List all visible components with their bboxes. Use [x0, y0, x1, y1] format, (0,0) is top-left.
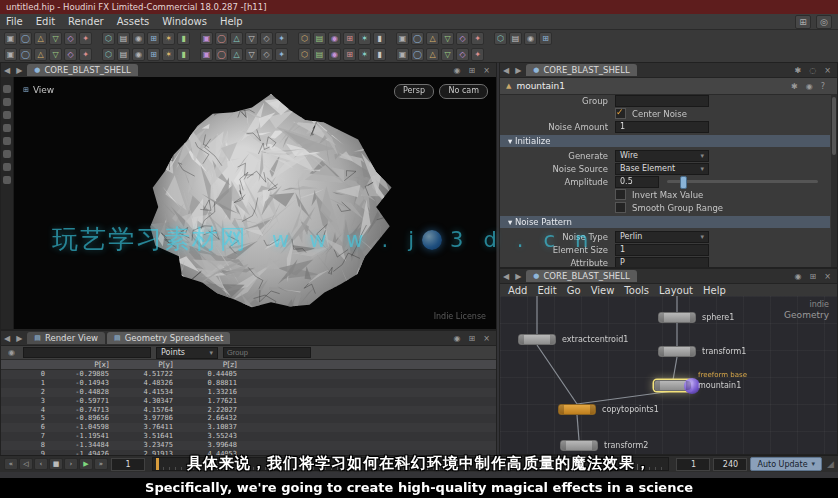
radial-menu-icon[interactable]: ◎	[816, 15, 832, 29]
ocean-icon[interactable]: ◉	[328, 48, 341, 61]
tube-icon[interactable]: ◉	[132, 32, 145, 45]
table-row[interactable]: 0-0.298854.517220.44405	[1, 370, 496, 379]
current-frame-field[interactable]: 1	[111, 458, 145, 471]
noise-type-dropdown[interactable]: Perlin▾	[615, 231, 709, 243]
ipr-icon[interactable]: ▣	[200, 48, 213, 61]
timeline[interactable]	[152, 457, 669, 471]
keyframe-icon[interactable]: ◉	[132, 48, 145, 61]
scale-icon[interactable]: ▽	[49, 48, 62, 61]
copy-icon[interactable]: ▣	[396, 32, 409, 45]
magnet-icon[interactable]: ◇	[64, 32, 77, 45]
snap-grid-icon[interactable]: ⬡	[102, 48, 115, 61]
lasso-icon[interactable]: ◯	[19, 32, 32, 45]
crowd-icon[interactable]: ▣	[396, 48, 409, 61]
table-row[interactable]: 2-0.448284.415341.33216	[1, 388, 496, 397]
close-pane-icon[interactable]: ×	[821, 272, 834, 281]
pin-icon[interactable]: ◉	[451, 334, 464, 343]
range-end-field[interactable]: 240	[713, 458, 747, 471]
viewport-canvas[interactable]	[13, 77, 496, 329]
range-start-field[interactable]: 1	[676, 458, 710, 471]
menu-file[interactable]: File	[6, 16, 23, 27]
handles-icon[interactable]: ✦	[79, 48, 92, 61]
font-icon[interactable]: ▽	[245, 32, 258, 45]
tab-render-view[interactable]: ▤Render View	[27, 332, 105, 344]
pane-forward-icon[interactable]: ▶	[512, 66, 524, 75]
scale-tool-icon[interactable]	[3, 124, 11, 132]
handles-tool-icon[interactable]	[3, 137, 11, 145]
play-backward-button[interactable]: ◁	[19, 458, 33, 470]
network-pane-tab[interactable]: ● CORE_BLAST_SHELL	[526, 270, 636, 282]
motion-path-icon[interactable]: ✶	[162, 48, 175, 61]
split-pane-icon[interactable]: ⊞	[807, 272, 820, 281]
menu-assets[interactable]: Assets	[117, 16, 150, 27]
amplitude-value[interactable]: 0.5	[615, 176, 659, 188]
jump-to-end-button[interactable]: »	[94, 458, 108, 470]
menu-edit[interactable]: Edit	[36, 16, 55, 27]
viewport[interactable]: ⊞ View Persp No cam Indie License	[1, 77, 496, 329]
auto-update-dropdown[interactable]: Auto Update ▾	[750, 457, 822, 471]
box-icon[interactable]: ⬡	[102, 32, 115, 45]
cloth-icon[interactable]: ⊞	[343, 48, 356, 61]
table-row[interactable]: 7-1.195413.516413.55243	[1, 432, 496, 441]
extrude-icon[interactable]: ▽	[441, 32, 454, 45]
node-transform2[interactable]	[560, 440, 598, 451]
network-menu-go[interactable]: Go	[567, 285, 581, 296]
line-icon[interactable]: ▮	[177, 32, 190, 45]
network-menu-layout[interactable]: Layout	[659, 285, 693, 296]
translate-icon[interactable]: ◯	[19, 48, 32, 61]
spreadsheet-body[interactable]: 0-0.298854.517220.444051-0.149434.483260…	[1, 370, 496, 459]
pin-icon[interactable]: ◉	[5, 348, 18, 357]
pane-forward-icon[interactable]: ▶	[13, 334, 25, 343]
pin-icon[interactable]: ◉	[792, 272, 805, 281]
pane-back-icon[interactable]: ◀	[500, 66, 512, 75]
boolean-icon[interactable]: △	[426, 32, 439, 45]
jump-to-start-button[interactable]: «	[4, 458, 18, 470]
split-pane-icon[interactable]: ⊞	[466, 334, 479, 343]
table-row[interactable]: 5-0.896563.977862.66432	[1, 414, 496, 423]
generate-dropdown[interactable]: Wire▾	[615, 150, 709, 162]
camera-persp-button[interactable]: Persp	[394, 84, 434, 99]
scatter-icon[interactable]: ▮	[373, 32, 386, 45]
table-row[interactable]: 1-0.149434.483260.88811	[1, 379, 496, 388]
pane-back-icon[interactable]: ◀	[500, 272, 512, 281]
play-forward-button[interactable]: ▶	[79, 458, 93, 470]
close-pane-icon[interactable]: ×	[480, 66, 493, 75]
pointer-icon[interactable]: ▣	[4, 32, 17, 45]
resize-grip[interactable]: ◢	[827, 459, 834, 469]
env-light-icon[interactable]: ▤	[313, 32, 326, 45]
autokey-icon[interactable]: ⊞	[147, 48, 160, 61]
erode-icon[interactable]: △	[426, 48, 439, 61]
group-filter-field[interactable]	[223, 347, 311, 358]
table-row[interactable]: 6-1.045983.764113.10837	[1, 423, 496, 432]
parameters-pane-tab[interactable]: ● CORE_BLAST_SHELL	[526, 64, 636, 76]
mountain-icon[interactable]: ✶	[358, 32, 371, 45]
viewport-view-menu[interactable]: ⊞ View	[23, 85, 54, 95]
step-backward-button[interactable]: ‹	[34, 458, 48, 470]
param-section-initialize[interactable]: ▾ Initialize	[500, 135, 830, 147]
help-icon[interactable]: ✦	[471, 48, 484, 61]
smooth-group-range-checkbox[interactable]	[615, 202, 626, 213]
param-section-noise-pattern[interactable]: ▾ Noise Pattern	[500, 216, 830, 228]
pane-back-icon[interactable]: ◀	[1, 66, 13, 75]
bone-icon[interactable]: ⊞	[343, 32, 356, 45]
table-row[interactable]: 8-1.344843.234753.99648	[1, 441, 496, 450]
table-row[interactable]: 3-0.597714.303471.77621	[1, 397, 496, 406]
column-header-p-z[interactable]: P[z]	[179, 360, 243, 369]
noise-source-dropdown[interactable]: Base Element▾	[615, 163, 709, 175]
snap-tool-icon[interactable]	[3, 150, 11, 158]
pyro-icon[interactable]: ⬡	[298, 48, 311, 61]
curve-icon[interactable]: ◯	[215, 32, 228, 45]
circle-icon[interactable]: ▣	[200, 32, 213, 45]
step-forward-button[interactable]: ›	[64, 458, 78, 470]
parameters-scrollbar[interactable]	[831, 94, 837, 267]
hair-icon[interactable]: ▮	[373, 48, 386, 61]
network-graph[interactable]: indie Geometry extractcentroid1sphere1tr…	[500, 296, 837, 454]
amplitude-slider[interactable]	[667, 180, 818, 183]
table-row[interactable]: 4-0.747134.157642.22027	[1, 406, 496, 415]
menu-help[interactable]: Help	[220, 16, 243, 27]
menu-render[interactable]: Render	[68, 16, 104, 27]
bevel-icon[interactable]: ◇	[456, 32, 469, 45]
material-icon[interactable]: ◉	[524, 32, 537, 45]
vops-icon[interactable]: ▽	[245, 48, 258, 61]
output-icon[interactable]: ◇	[456, 48, 469, 61]
